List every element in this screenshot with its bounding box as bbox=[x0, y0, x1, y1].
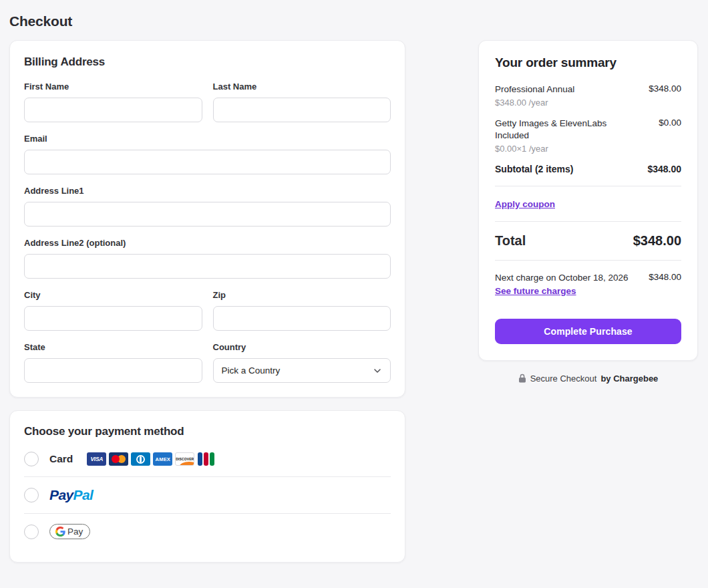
diners-club-icon bbox=[131, 452, 150, 466]
apply-coupon-link[interactable]: Apply coupon bbox=[495, 199, 555, 209]
order-item: Professional Annual $348.00 /year $348.0… bbox=[495, 84, 681, 109]
country-label: Country bbox=[213, 342, 391, 352]
zip-input[interactable] bbox=[213, 306, 391, 331]
country-select[interactable]: Pick a Country bbox=[213, 358, 391, 383]
mastercard-icon bbox=[109, 452, 128, 466]
total-label: Total bbox=[495, 233, 526, 249]
address-line1-input[interactable] bbox=[24, 202, 391, 227]
divider bbox=[495, 186, 681, 186]
next-charge-value: $348.00 bbox=[649, 272, 681, 297]
visa-icon: VISA bbox=[87, 452, 106, 466]
gpay-label: Pay bbox=[67, 527, 83, 537]
next-charge-text: Next charge on October 18, 2026 bbox=[495, 272, 634, 284]
email-label: Email bbox=[24, 134, 391, 144]
subtotal-row: Subtotal (2 items) $348.00 bbox=[495, 164, 681, 174]
paypal-logo: PayPal bbox=[49, 487, 93, 503]
total-value: $348.00 bbox=[633, 233, 681, 249]
next-charge-row: Next charge on October 18, 2026 See futu… bbox=[495, 272, 681, 297]
city-input[interactable] bbox=[24, 306, 202, 331]
order-item-name: Getty Images & ElevenLabs Included bbox=[495, 118, 634, 142]
google-g-icon bbox=[55, 527, 65, 537]
billing-title: Billing Address bbox=[24, 55, 391, 69]
order-summary-title: Your order summary bbox=[495, 55, 681, 70]
checkout-page: Checkout Billing Address First Name Last… bbox=[0, 0, 708, 563]
gpay-radio[interactable] bbox=[24, 525, 39, 539]
first-name-label: First Name bbox=[24, 82, 202, 92]
order-item-detail: $348.00 /year bbox=[495, 97, 634, 109]
address-line2-label: Address Line2 (optional) bbox=[24, 238, 391, 248]
card-brand-strip: VISA AMEX DISCOVER bbox=[87, 452, 215, 466]
complete-purchase-button[interactable]: Complete Purchase bbox=[495, 319, 681, 344]
divider bbox=[495, 221, 681, 222]
payment-option-gpay[interactable]: Pay bbox=[24, 514, 391, 549]
order-item-detail: $0.00×1 /year bbox=[495, 143, 634, 155]
card-radio[interactable] bbox=[24, 452, 39, 466]
order-item-price: $0.00 bbox=[659, 118, 681, 155]
discover-icon: DISCOVER bbox=[175, 452, 194, 466]
order-item: Getty Images & ElevenLabs Included $0.00… bbox=[495, 118, 681, 155]
address-line1-label: Address Line1 bbox=[24, 186, 391, 196]
last-name-input[interactable] bbox=[213, 98, 391, 122]
zip-label: Zip bbox=[213, 290, 391, 300]
payment-method-card: Choose your payment method Card VISA AME… bbox=[9, 410, 405, 563]
subtotal-label: Subtotal (2 items) bbox=[495, 164, 573, 174]
state-input[interactable] bbox=[24, 358, 202, 383]
secure-checkout-footer: Secure Checkout by Chargebee bbox=[478, 374, 698, 384]
state-label: State bbox=[24, 342, 202, 352]
lock-icon bbox=[518, 374, 526, 383]
country-selected-value: Pick a Country bbox=[222, 365, 281, 376]
payment-option-paypal[interactable]: PayPal bbox=[24, 477, 391, 514]
email-input[interactable] bbox=[24, 150, 391, 174]
jcb-icon bbox=[197, 452, 215, 466]
order-summary-card: Your order summary Professional Annual $… bbox=[478, 40, 698, 361]
divider bbox=[495, 260, 681, 261]
billing-address-card: Billing Address First Name Last Name Ema… bbox=[9, 40, 405, 398]
last-name-label: Last Name bbox=[213, 82, 391, 92]
see-future-charges-link[interactable]: See future charges bbox=[495, 286, 576, 296]
paypal-radio[interactable] bbox=[24, 488, 39, 502]
page-title: Checkout bbox=[9, 13, 698, 29]
secure-checkout-text: Secure Checkout bbox=[530, 374, 597, 384]
gpay-badge: Pay bbox=[49, 524, 90, 539]
city-label: City bbox=[24, 290, 202, 300]
payment-title: Choose your payment method bbox=[24, 425, 391, 438]
amex-icon: AMEX bbox=[153, 452, 172, 466]
total-row: Total $348.00 bbox=[495, 233, 681, 249]
card-option-label: Card bbox=[49, 453, 73, 465]
subtotal-value: $348.00 bbox=[647, 164, 681, 174]
payment-option-card[interactable]: Card VISA AMEX DISCOVER bbox=[24, 442, 391, 477]
first-name-input[interactable] bbox=[24, 98, 202, 122]
order-item-price: $348.00 bbox=[649, 84, 681, 109]
address-line2-input[interactable] bbox=[24, 254, 391, 279]
order-item-name: Professional Annual bbox=[495, 84, 634, 96]
chargebee-brand-text: by Chargebee bbox=[600, 374, 658, 384]
chevron-down-icon bbox=[373, 366, 382, 376]
